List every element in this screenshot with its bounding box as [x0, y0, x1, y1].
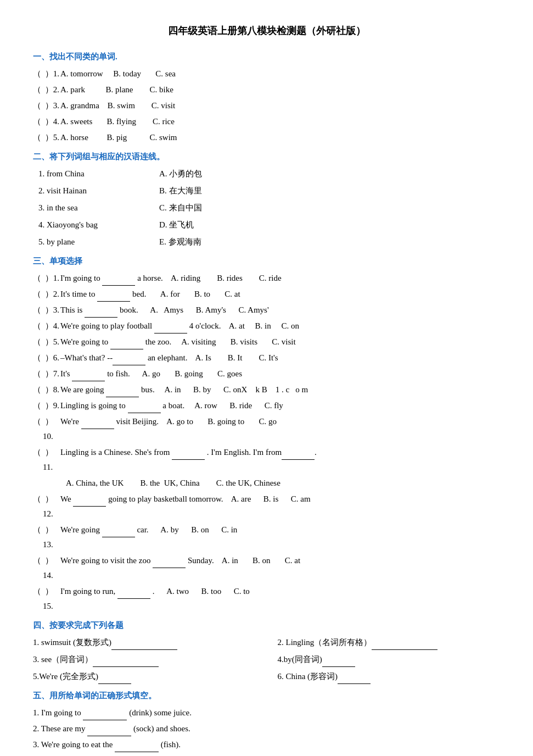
part5-questions: 1. I'm going to (drink) some juice. 2. T…	[33, 705, 500, 756]
section5-title: 五、用所给单词的正确形式填空。	[33, 688, 500, 703]
section1-title: 一、找出不同类的单词.	[33, 49, 500, 64]
section3-title: 三、单项选择	[33, 254, 500, 269]
part2-matching: 1. from China A. 小勇的包 2. visit Hainan B.…	[38, 166, 500, 249]
page-title: 四年级英语上册第八模块检测题（外研社版）	[33, 22, 500, 40]
section4-title: 四、按要求完成下列各题	[33, 618, 500, 633]
part1-questions: （ ）1. A. tomorrow B. today C. sea （ ）2. …	[33, 66, 500, 145]
part3-questions: （ ）1. I'm going to a horse. A. riding B.…	[33, 271, 500, 614]
section2-title: 二、将下列词组与相应的汉语连线。	[33, 149, 500, 164]
part4-questions: 1. swimsuit (复数形式) 2. Lingling（名词所有格） 3.…	[33, 635, 500, 684]
